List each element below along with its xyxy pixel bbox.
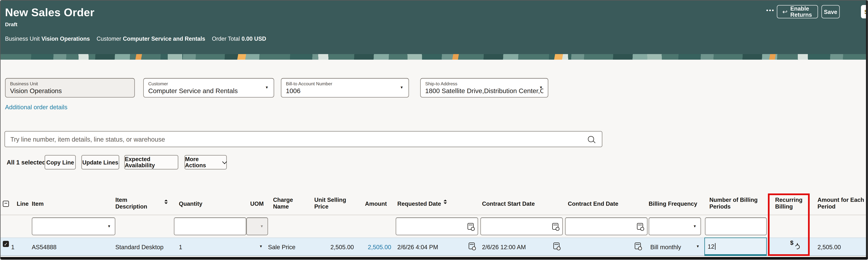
col-header-item[interactable]: Item [32,201,44,208]
business-unit-field: Business Unit Vision Operations [5,78,135,97]
billing-frequency-dropdown-icon[interactable]: ▼ [696,245,700,249]
cell-billing-frequency[interactable]: Bill monthly [650,244,681,250]
contract-start-date-filter-input[interactable] [480,218,563,235]
cell-charge-name: Sale Price [268,244,296,250]
col-header-number-of-billing-periods[interactable]: Number of Billing Periods [709,197,761,211]
col-header-requested-date[interactable]: Requested Date [397,201,441,208]
col-header-uom[interactable]: UOM [250,201,264,208]
col-header-billing-frequency[interactable]: Billing Frequency [649,201,697,208]
col-header-amount-for-each-period[interactable]: Amount for Each Period [817,197,865,211]
cell-amount-link[interactable]: 2,505.00 [347,244,391,250]
quantity-filter-input[interactable] [174,218,246,235]
header-divider [1,215,867,215]
cell-requested-date[interactable]: 2/6/26 4:04 PM [397,244,438,250]
chevron-down-icon: ▼ [260,225,264,228]
uom-dropdown-icon[interactable]: ▼ [259,245,262,249]
search-icon[interactable] [588,136,594,142]
requested-date-filter-input[interactable] [396,218,478,235]
row-checkbox[interactable]: ✓ [3,241,9,247]
customer-label: Customer [148,81,269,86]
sort-icon[interactable] [164,200,168,204]
col-header-item-description[interactable]: Item Description [115,197,152,211]
page-title: New Sales Order [5,6,94,19]
summary-order-total: Order Total0.00 USD [212,35,266,41]
text-cursor [715,243,715,250]
business-unit-label: Business Unit [10,81,130,86]
chevron-down-icon[interactable]: ▼ [539,86,543,90]
col-header-contract-end-date[interactable]: Contract End Date [568,201,618,208]
billing-periods-edit-input[interactable]: 12 [704,237,767,256]
cell-quantity[interactable]: 1 [179,244,182,250]
more-actions-button[interactable]: More Actions [184,155,227,170]
calendar-icon[interactable] [553,242,559,249]
enable-returns-button[interactable]: ↩ Enable Returns [777,5,818,19]
col-header-amount[interactable]: Amount [365,201,387,208]
more-menu-icon[interactable]: ••• [766,7,775,13]
sort-icon[interactable] [443,200,447,204]
check-icon: ✓ [4,241,8,247]
uom-filter-dropdown: ▼ [246,218,268,235]
customer-field[interactable]: Customer Computer Service and Rentals ▼ [143,78,274,97]
col-header-unit-selling-price[interactable]: Unit Selling Price [314,197,347,211]
select-all-checkbox[interactable] [3,201,9,207]
window-bottom-edge [1,257,867,259]
status-badge: Draft [5,21,18,27]
contract-end-date-filter-input[interactable] [565,218,648,235]
line-search-bar[interactable] [4,131,602,147]
bill-to-account-field[interactable]: Bill-to Account Number 1006 ▼ [281,78,409,97]
screenshot-canvas: New Sales Order Draft Business UnitVisio… [0,0,868,260]
ship-to-address-label: Ship-to Address [425,81,543,86]
cell-item[interactable]: AS54888 [32,244,57,250]
update-lines-button[interactable]: Update Lines [81,155,119,170]
calendar-icon[interactable] [637,223,643,230]
chevron-down-icon[interactable]: ▼ [400,86,403,90]
search-input[interactable] [5,136,588,143]
window-right-edge [866,1,868,259]
calendar-icon[interactable] [552,223,558,230]
return-arrow-icon: ↩ [782,9,787,15]
additional-order-details-link[interactable]: Additional order details [5,104,67,110]
bill-to-account-label: Bill-to Account Number [286,81,404,86]
copy-line-button[interactable]: Copy Line [44,155,76,170]
chevron-down-icon[interactable]: ▼ [693,225,696,228]
chevron-down-icon[interactable]: ▼ [265,86,269,90]
calendar-icon[interactable] [635,242,641,249]
recurring-billing-icon[interactable]: $ [790,240,799,248]
expected-availability-button[interactable]: Expected Availability [124,155,178,170]
sales-order-app: New Sales Order Draft Business UnitVisio… [0,0,868,260]
summary-customer: CustomerComputer Service and Rentals [97,35,205,41]
item-filter-dropdown[interactable]: ▼ [32,218,115,235]
selection-count: All 1 selected [7,159,46,166]
summary-business-unit: Business UnitVision Operations [5,35,90,41]
calendar-icon[interactable] [468,223,474,230]
save-button[interactable]: Save [822,5,840,19]
col-header-recurring-billing[interactable]: Recurring Billing [775,197,806,211]
chevron-down-icon[interactable]: ▼ [107,225,111,228]
calendar-icon[interactable] [469,242,475,249]
cell-amount-for-each-period: 2,505.00 [817,244,841,250]
decorative-banner-pattern [1,54,867,59]
billing-frequency-filter-dropdown[interactable]: ▼ [649,218,701,235]
cell-line: 1 [11,244,14,250]
col-header-contract-start-date[interactable]: Contract Start Date [482,201,535,208]
cell-contract-start-date[interactable]: 2/6/26 12:00 AM [482,244,526,250]
ship-to-address-field[interactable]: Ship-to Address 1800 Satellite Drive,Dis… [420,78,548,97]
cell-item-description: Standard Desktop [115,244,163,250]
chevron-down-icon [222,159,227,164]
page-header: New Sales Order Draft Business UnitVisio… [1,1,867,54]
billing-periods-filter-input[interactable] [705,218,767,235]
col-header-charge-name[interactable]: Charge Name [273,197,298,211]
col-header-line[interactable]: Line [17,201,29,208]
col-header-quantity[interactable]: Quantity [179,201,202,208]
order-summary-bar: Business UnitVision Operations CustomerC… [5,35,266,41]
